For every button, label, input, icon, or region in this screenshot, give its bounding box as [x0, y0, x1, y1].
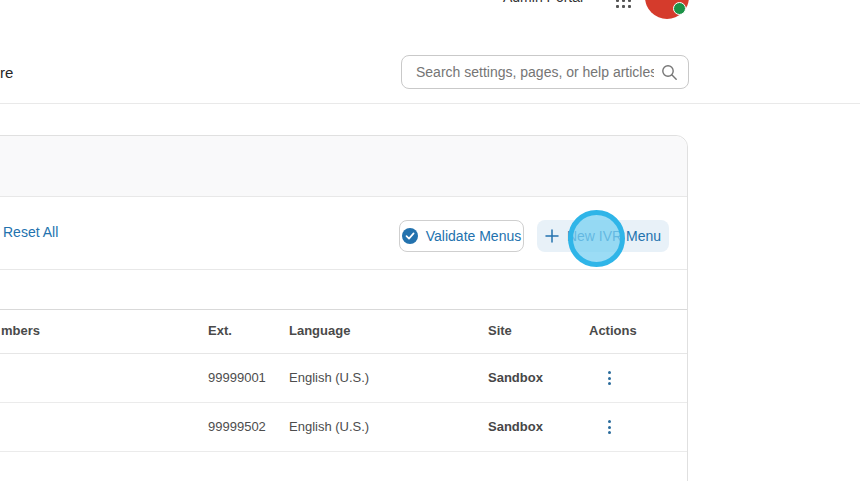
- top-bar: Admin Portal re: [0, 0, 860, 104]
- cell-site: Sandbox: [488, 419, 543, 434]
- validate-menus-label: Validate Menus: [426, 228, 521, 244]
- cell-language: English (U.S.): [289, 370, 369, 385]
- new-ivr-menu-label: New IVR Menu: [567, 228, 661, 244]
- column-header-language: Language: [289, 323, 350, 338]
- cell-ext: 99999502: [208, 419, 266, 434]
- new-ivr-menu-button[interactable]: New IVR Menu: [537, 220, 669, 252]
- plus-icon: [545, 229, 559, 243]
- row-actions-kebab-icon[interactable]: [602, 417, 616, 437]
- table-spacer: [0, 270, 687, 310]
- row-actions-kebab-icon[interactable]: [602, 368, 616, 388]
- validate-menus-button[interactable]: Validate Menus: [399, 220, 524, 252]
- column-header-actions: Actions: [589, 323, 637, 338]
- panel-header-strip: [0, 136, 687, 197]
- account-menu[interactable]: Admin Portal: [503, 0, 583, 5]
- apps-grid-icon[interactable]: [616, 0, 631, 8]
- table-row: [0, 452, 687, 481]
- search-icon[interactable]: [661, 64, 678, 81]
- search-box[interactable]: [401, 55, 689, 89]
- reset-all-link[interactable]: Reset All: [3, 224, 58, 240]
- column-header-site: Site: [488, 323, 512, 338]
- cell-ext: 99999001: [208, 370, 266, 385]
- page-title: re: [0, 64, 13, 81]
- cell-site: Sandbox: [488, 370, 543, 385]
- search-input[interactable]: [402, 56, 688, 88]
- check-circle-icon: [402, 228, 418, 244]
- table-row: 99999001 English (U.S.) Sandbox: [0, 354, 687, 403]
- cell-language: English (U.S.): [289, 419, 369, 434]
- ivr-toolbar: Reset All Validate Menus New IVR Menu: [0, 197, 687, 270]
- column-header-ext: Ext.: [208, 323, 232, 338]
- ivr-menus-panel: Reset All Validate Menus New IVR Menu mb…: [0, 135, 688, 481]
- admin-portal-screen: Admin Portal re Reset All Validate: [0, 0, 860, 481]
- presence-status-dot: [673, 2, 686, 15]
- column-header-numbers: mbers: [1, 323, 40, 338]
- table-header-row: mbers Ext. Language Site Actions: [0, 310, 687, 354]
- table-row: 99999502 English (U.S.) Sandbox: [0, 403, 687, 452]
